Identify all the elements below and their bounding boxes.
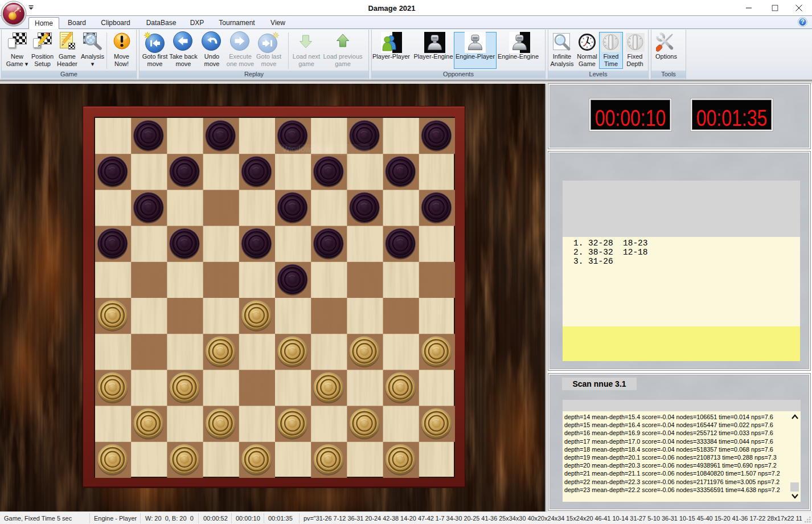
svg-text:?: ?	[801, 18, 804, 25]
